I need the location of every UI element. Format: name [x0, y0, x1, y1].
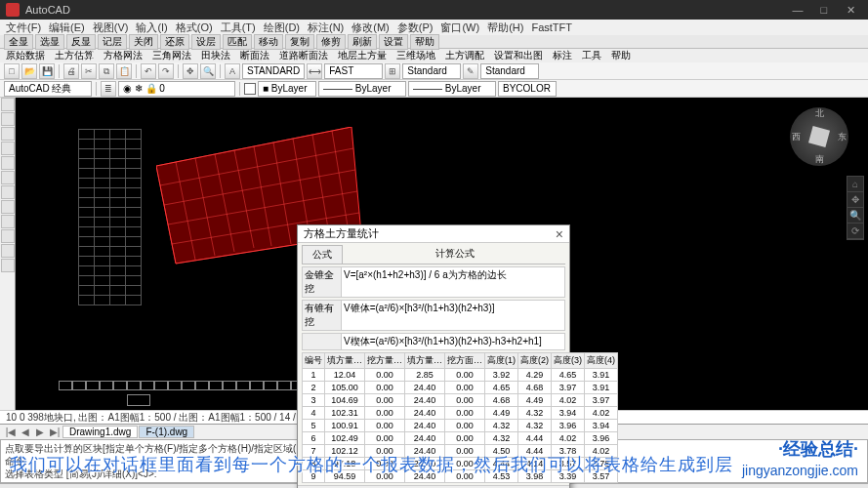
ribbon-module-8[interactable]: 三维场地 — [394, 49, 437, 62]
plotstyle-combo[interactable]: BYCOLOR — [498, 81, 557, 97]
ribbon-module-5[interactable]: 断面法 — [238, 49, 271, 62]
menu-item-10[interactable]: 窗口(W) — [440, 20, 479, 35]
pan-icon[interactable]: ✥ — [183, 63, 198, 79]
table-style-icon[interactable]: ⊞ — [385, 63, 400, 79]
dim-style-icon[interactable]: ⟷ — [307, 63, 322, 79]
menu-item-4[interactable]: 格式(O) — [176, 20, 213, 35]
menu-item-11[interactable]: 帮助(H) — [487, 20, 523, 35]
move-tool-icon[interactable] — [1, 215, 15, 228]
linetype-combo[interactable]: ——— ByLayer — [318, 81, 406, 97]
menu-item-7[interactable]: 标注(N) — [308, 20, 344, 35]
new-icon[interactable]: □ — [4, 63, 20, 79]
menu-item-6[interactable]: 绘图(D) — [264, 20, 300, 35]
ribbon-quick-6[interactable]: 设层 — [191, 34, 221, 50]
table-row[interactable]: 4102.310.0024.400.004.494.323.944.02 — [303, 407, 618, 420]
minimize-button[interactable]: — — [786, 4, 809, 16]
ribbon-module-3[interactable]: 三角网法 — [150, 49, 193, 62]
ribbon-quick-13[interactable]: 帮助 — [410, 34, 439, 50]
hatch-tool-icon[interactable] — [1, 171, 15, 184]
tablestyle-combo[interactable]: Standard — [402, 63, 461, 79]
cut-icon[interactable]: ✂ — [81, 63, 97, 79]
ribbon-quick-4[interactable]: 关闭 — [129, 34, 158, 50]
nav-home-icon[interactable]: ⌂ — [847, 177, 863, 192]
text-style-icon[interactable]: A — [225, 63, 240, 79]
menu-item-5[interactable]: 工具(T) — [221, 20, 256, 35]
model-space-canvas[interactable]: 北 东 南 西 ⌂ ✥ 🔍 ⟳ 方格土方量统计 × 公式 计算公式 金锥全挖V=… — [0, 98, 868, 410]
line-tool-icon[interactable] — [1, 98, 15, 111]
ribbon-module-2[interactable]: 方格网法 — [102, 49, 145, 62]
undo-icon[interactable]: ↶ — [141, 63, 156, 79]
circle-tool-icon[interactable] — [1, 127, 15, 141]
dialog-tab-formula[interactable]: 公式 — [302, 245, 343, 264]
open-icon[interactable]: 📂 — [21, 63, 37, 79]
menu-item-8[interactable]: 修改(M) — [351, 20, 390, 35]
nav-orbit-icon[interactable]: ⟳ — [847, 224, 863, 239]
ribbon-quick-9[interactable]: 复制 — [285, 34, 314, 50]
print-icon[interactable]: 🖨 — [63, 63, 79, 79]
ribbon-quick-1[interactable]: 选显 — [35, 34, 64, 50]
ribbon-module-1[interactable]: 土方估算 — [53, 49, 96, 62]
copy-tool-icon[interactable] — [1, 229, 15, 243]
mlstyle-combo[interactable]: Standard — [480, 63, 539, 79]
viewcube-icon[interactable] — [808, 126, 830, 147]
close-button[interactable]: ✕ — [839, 4, 862, 17]
ribbon-quick-7[interactable]: 匹配 — [223, 34, 252, 50]
ribbon-module-6[interactable]: 道路断面法 — [277, 49, 330, 62]
ribbon-quick-10[interactable]: 修剪 — [316, 34, 346, 50]
menu-item-1[interactable]: 编辑(E) — [49, 20, 85, 35]
ribbon-quick-0[interactable]: 全显 — [4, 34, 33, 50]
maximize-button[interactable]: □ — [812, 4, 836, 16]
color-combo[interactable]: ■ ByLayer — [258, 81, 316, 97]
ribbon-quick-12[interactable]: 设置 — [379, 34, 408, 50]
rotate-tool-icon[interactable] — [1, 244, 15, 258]
dim-tool-icon[interactable] — [1, 200, 15, 214]
ribbon-module-9[interactable]: 土方调配 — [443, 49, 486, 62]
drawing-tab-1[interactable]: Drawing1.dwg — [62, 426, 138, 438]
ribbon-quick-8[interactable]: 移动 — [254, 34, 283, 50]
ribbon-module-0[interactable]: 原始数据 — [4, 49, 47, 62]
table-row[interactable]: 3104.690.0024.400.004.684.494.023.97 — [303, 394, 618, 407]
view-compass[interactable]: 北 东 南 西 — [790, 107, 848, 166]
tab-first-icon[interactable]: |◀ — [4, 427, 18, 437]
ribbon-module-13[interactable]: 帮助 — [609, 49, 633, 62]
ribbon-quick-11[interactable]: 刷新 — [348, 34, 377, 50]
menu-item-3[interactable]: 输入(I) — [136, 20, 167, 35]
paste-icon[interactable]: 📋 — [116, 63, 132, 79]
menu-item-2[interactable]: 视图(V) — [93, 20, 129, 35]
menu-item-9[interactable]: 参数(P) — [397, 20, 434, 35]
ribbon-quick-2[interactable]: 反显 — [66, 34, 96, 50]
redo-icon[interactable]: ↷ — [158, 63, 174, 79]
nav-zoom-icon[interactable]: 🔍 — [847, 208, 863, 224]
text-tool-icon[interactable] — [1, 185, 15, 199]
table-row[interactable]: 2105.000.0024.400.004.654.683.973.91 — [303, 382, 618, 394]
ribbon-quick-5[interactable]: 还原 — [160, 34, 189, 50]
tab-prev-icon[interactable]: ◀ — [19, 427, 32, 437]
ribbon-module-4[interactable]: 田块法 — [199, 49, 232, 62]
nav-pan-icon[interactable]: ✥ — [847, 192, 863, 208]
table-row[interactable]: 5100.910.0024.400.004.324.323.963.94 — [303, 420, 618, 432]
menu-item-0[interactable]: 文件(F) — [6, 20, 41, 35]
drawing-tab-2-active[interactable]: F-(1).dwg — [139, 426, 194, 438]
dialog-close-button[interactable]: × — [556, 226, 563, 242]
table-row[interactable]: 6102.490.0024.400.004.324.444.023.96 — [303, 432, 618, 445]
table-row[interactable]: 112.040.002.850.003.924.294.653.91 — [303, 369, 618, 382]
dialog-titlebar[interactable]: 方格土方量统计 × — [298, 225, 569, 243]
copy-icon[interactable]: ⧉ — [99, 63, 114, 79]
ribbon-quick-3[interactable]: 记层 — [98, 34, 127, 50]
dimstyle-combo[interactable]: FAST — [324, 63, 383, 79]
workspace-combo[interactable]: AutoCAD 经典 — [4, 81, 92, 97]
tab-last-icon[interactable]: ▶| — [48, 427, 62, 437]
ribbon-module-10[interactable]: 设置和出图 — [492, 49, 545, 62]
ribbon-module-11[interactable]: 标注 — [551, 49, 574, 62]
trim-tool-icon[interactable] — [1, 259, 15, 272]
layer-combo[interactable]: ◉ ❄ 🔒 0 — [118, 81, 235, 97]
textstyle-combo[interactable]: STANDARD — [242, 63, 305, 79]
polyline-tool-icon[interactable] — [1, 112, 15, 126]
arc-tool-icon[interactable] — [1, 142, 15, 155]
rect-tool-icon[interactable] — [1, 156, 15, 170]
tab-next-icon[interactable]: ▶ — [33, 427, 47, 437]
ribbon-module-7[interactable]: 地层土方量 — [336, 49, 389, 62]
save-icon[interactable]: 💾 — [39, 63, 55, 79]
ml-style-icon[interactable]: ✎ — [463, 63, 478, 79]
lineweight-combo[interactable]: ——— ByLayer — [408, 81, 496, 97]
